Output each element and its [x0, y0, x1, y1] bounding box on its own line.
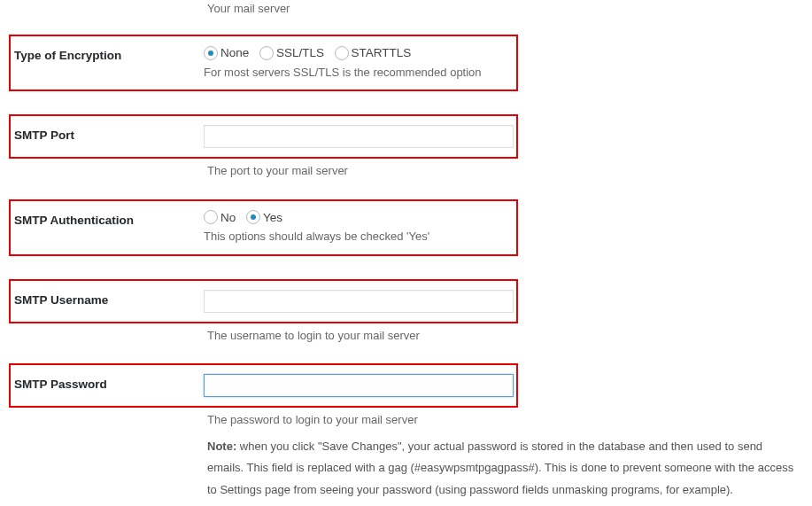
radio-auth-yes[interactable]: [246, 210, 260, 224]
radio-label-none[interactable]: None: [220, 46, 249, 59]
auth-radio-group: No Yes: [204, 210, 511, 225]
label-auth: SMTP Authentication: [11, 201, 204, 239]
port-desc: The port to your mail server: [207, 162, 812, 180]
row-username: SMTP Username: [9, 279, 518, 323]
auth-desc: This options should always be checked 'Y…: [204, 228, 511, 245]
radio-label-ssl[interactable]: SSL/TLS: [276, 46, 324, 59]
radio-encryption-starttls[interactable]: [335, 46, 349, 60]
radio-encryption-none[interactable]: [204, 46, 218, 60]
password-note-text: when you click "Save Changes", your actu…: [207, 440, 793, 496]
row-port: SMTP Port: [9, 114, 518, 159]
label-port: SMTP Port: [11, 116, 204, 154]
mail-server-desc: Your mail server: [207, 2, 812, 15]
row-password: SMTP Password: [9, 363, 518, 408]
radio-auth-no[interactable]: [204, 210, 218, 224]
radio-label-starttls[interactable]: STARTTLS: [352, 46, 412, 59]
radio-label-no[interactable]: No: [220, 211, 236, 224]
radio-label-yes[interactable]: Yes: [263, 211, 282, 224]
label-password: SMTP Password: [11, 365, 204, 403]
password-desc: The password to login to your mail serve…: [207, 411, 812, 502]
radio-encryption-ssl[interactable]: [259, 46, 274, 60]
row-auth: SMTP Authentication No Yes This options …: [9, 199, 518, 256]
username-input[interactable]: [204, 290, 514, 313]
password-note: Note: when you click "Save Changes", you…: [207, 436, 794, 502]
encryption-desc: For most servers SSL/TLS is the recommen…: [204, 64, 511, 82]
password-input[interactable]: [204, 374, 514, 397]
label-username: SMTP Username: [11, 281, 204, 319]
password-note-label: Note:: [207, 440, 236, 453]
port-input[interactable]: [204, 125, 514, 148]
settings-form: Your mail server Type of Encryption None…: [0, 2, 812, 506]
password-desc-text: The password to login to your mail serve…: [207, 413, 418, 426]
encryption-radio-group: None SSL/TLS STARTTLS: [204, 45, 511, 60]
label-encryption: Type of Encryption: [11, 36, 204, 74]
username-desc: The username to login to your mail serve…: [207, 327, 812, 345]
row-encryption: Type of Encryption None SSL/TLS STARTTLS…: [9, 35, 518, 91]
